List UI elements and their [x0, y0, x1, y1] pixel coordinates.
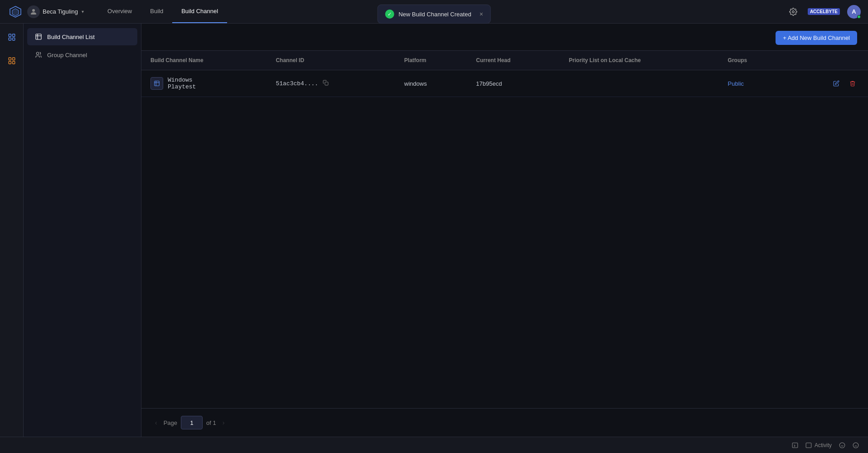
bottom-bar: Activity — [0, 437, 868, 453]
sidebar-icon-1[interactable] — [4, 29, 20, 45]
prev-page-button[interactable]: ‹ — [152, 417, 160, 428]
svg-rect-19 — [792, 443, 798, 448]
svg-rect-4 — [12, 34, 15, 36]
settings-button[interactable] — [786, 5, 800, 19]
svg-rect-11 — [36, 34, 41, 39]
chevron-down-icon: ▾ — [82, 9, 84, 14]
channel-type-icon — [150, 77, 163, 90]
row-actions — [794, 77, 859, 90]
bottom-bar-emoji2[interactable] — [853, 442, 859, 448]
pagination: ‹ Page of 1 › — [141, 408, 868, 437]
left-panel: Build Channel List Group Channel — [24, 24, 141, 437]
channel-id-value: 51ac3cb4.... — [276, 80, 318, 87]
accelbyte-logo: ACCELBYTE — [808, 8, 840, 15]
groups-value: Public — [728, 80, 744, 87]
toast-check-icon: ✓ — [385, 10, 394, 19]
svg-rect-21 — [806, 443, 811, 448]
cell-platform: windows — [395, 70, 467, 97]
svg-rect-9 — [9, 62, 11, 64]
user-icon — [27, 5, 40, 18]
content-toolbar: + Add New Build Channel — [141, 24, 868, 51]
bottom-bar-terminal[interactable] — [792, 442, 798, 448]
table-row: WindowsPlaytest 51ac3cb4.... — [141, 70, 868, 97]
top-nav: Beca Tiguling ▾ Overview Build Build Cha… — [0, 0, 868, 24]
cell-name: WindowsPlaytest — [141, 70, 267, 97]
copy-channel-id-button[interactable] — [321, 79, 330, 88]
svg-point-2 — [792, 10, 795, 13]
cell-priority-list — [560, 70, 719, 97]
toast-close-button[interactable]: × — [480, 10, 483, 18]
svg-point-14 — [36, 52, 39, 54]
toast-message: New Build Channel Created — [398, 11, 471, 18]
list-icon — [34, 33, 43, 41]
svg-rect-8 — [12, 58, 15, 60]
toast-notification: ✓ New Build Channel Created × — [377, 5, 491, 24]
nav-link-overview[interactable]: Overview — [98, 0, 141, 23]
table-header-row: Build Channel Name Channel ID Platform C… — [141, 51, 868, 70]
group-icon — [34, 51, 43, 59]
sidebar-icon-2[interactable] — [4, 53, 20, 69]
ab-badge: ACCELBYTE — [808, 8, 840, 15]
svg-point-25 — [853, 443, 858, 448]
logo — [7, 4, 24, 20]
svg-rect-6 — [12, 38, 15, 40]
nav-link-build[interactable]: Build — [141, 0, 172, 23]
online-indicator — [857, 15, 861, 19]
sidebar-item-build-channel-list[interactable]: Build Channel List — [27, 28, 137, 45]
add-new-build-channel-button[interactable]: + Add New Build Channel — [776, 31, 857, 45]
nav-links: Overview Build Build Channel — [98, 0, 227, 23]
icon-sidebar — [0, 24, 24, 437]
edit-row-button[interactable] — [830, 77, 843, 90]
user-section[interactable]: Beca Tiguling ▾ — [27, 5, 84, 18]
svg-point-22 — [839, 443, 845, 448]
col-header-priority-list: Priority List on Local Cache — [560, 51, 719, 70]
svg-rect-10 — [12, 62, 15, 64]
svg-rect-3 — [9, 34, 11, 36]
next-page-button[interactable]: › — [220, 417, 228, 428]
bottom-bar-emoji1[interactable] — [839, 442, 845, 448]
page-input[interactable] — [181, 416, 203, 429]
content-area: + Add New Build Channel Build Channel Na… — [141, 24, 868, 437]
sidebar-item-label-build-channel-list: Build Channel List — [47, 34, 95, 40]
cell-channel-id: 51ac3cb4.... — [267, 70, 395, 97]
col-header-platform: Platform — [395, 51, 467, 70]
table-container: Build Channel Name Channel ID Platform C… — [141, 51, 868, 408]
sidebar-item-label-group-channel: Group Channel — [47, 52, 87, 58]
svg-rect-7 — [9, 58, 11, 60]
col-header-current-head: Current Head — [467, 51, 560, 70]
cell-current-head: 17b95ecd — [467, 70, 560, 97]
of-page-label: of 1 — [206, 419, 216, 426]
nav-right: ACCELBYTE A — [786, 5, 861, 19]
cell-actions — [785, 70, 868, 97]
page-label: Page — [164, 419, 177, 426]
col-header-actions — [785, 51, 868, 70]
activity-label: Activity — [815, 442, 832, 448]
bottom-bar-activity[interactable]: Activity — [805, 442, 832, 448]
delete-row-button[interactable] — [846, 77, 859, 90]
user-avatar[interactable]: A — [847, 5, 861, 19]
main-layout: Build Channel List Group Channel + Add N… — [0, 24, 868, 437]
sidebar-item-group-channel[interactable]: Group Channel — [27, 46, 137, 63]
svg-rect-18 — [325, 82, 328, 85]
user-name: Beca Tiguling — [43, 8, 78, 15]
svg-rect-15 — [155, 81, 160, 86]
col-header-groups: Groups — [719, 51, 785, 70]
channel-id-cell: 51ac3cb4.... — [276, 79, 386, 88]
cell-groups: Public — [719, 70, 785, 97]
col-header-channel-id: Channel ID — [267, 51, 395, 70]
build-channel-table: Build Channel Name Channel ID Platform C… — [141, 51, 868, 97]
svg-rect-5 — [9, 38, 11, 40]
channel-name-text: WindowsPlaytest — [168, 77, 196, 90]
nav-link-build-channel[interactable]: Build Channel — [172, 0, 227, 23]
col-header-name: Build Channel Name — [141, 51, 267, 70]
channel-name-cell: WindowsPlaytest — [150, 77, 257, 90]
svg-marker-1 — [12, 9, 19, 16]
